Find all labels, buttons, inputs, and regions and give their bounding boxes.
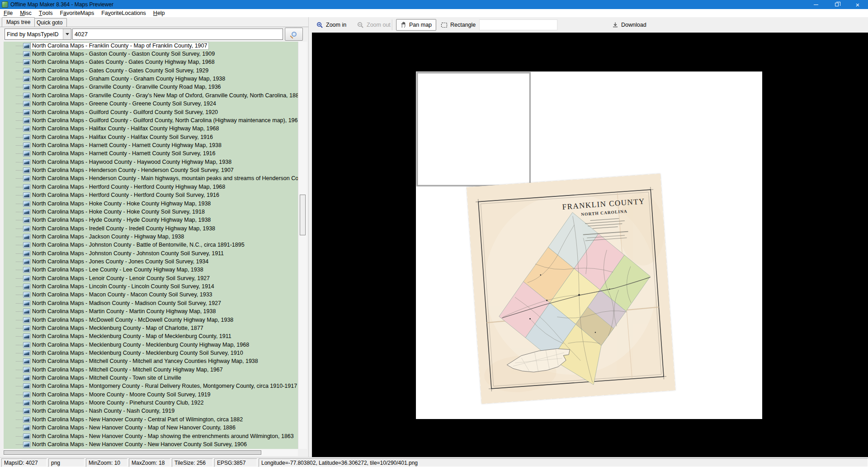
tree-item[interactable]: North Carolina Maps - Gates County - Gat… bbox=[4, 67, 298, 75]
tree-connector-stub bbox=[16, 345, 23, 345]
rectangle-button[interactable]: Rectangle bbox=[441, 17, 476, 33]
find-by-dropdown-value: Find by MapsTypeID bbox=[5, 31, 63, 38]
map-thumbnail-icon bbox=[23, 367, 30, 373]
tree-item[interactable]: North Carolina Maps - Lincoln County - L… bbox=[4, 282, 298, 291]
tree-item-label: North Carolina Maps - Gaston County - Ga… bbox=[31, 51, 216, 57]
tree-item[interactable]: North Carolina Maps - Moore County - Pin… bbox=[4, 399, 298, 407]
tree-item[interactable]: North Carolina Maps - Hoke County - Hoke… bbox=[4, 200, 298, 208]
tree-item-label: North Carolina Maps - Graham County - Gr… bbox=[31, 76, 226, 82]
download-button[interactable]: Download bbox=[612, 17, 646, 33]
tree-connector-stub bbox=[16, 170, 23, 171]
status-cell-3: MaxZoom: 18 bbox=[129, 458, 170, 467]
coordinate-box[interactable] bbox=[479, 19, 557, 30]
find-by-dropdown[interactable]: Find by MapsTypeID bbox=[5, 29, 71, 40]
tree-item[interactable]: North Carolina Maps - Greene County - Gr… bbox=[4, 100, 298, 108]
download-arrow-icon bbox=[612, 22, 618, 28]
tree-connector-stub bbox=[16, 253, 23, 254]
tree-item[interactable]: North Carolina Maps - New Hanover County… bbox=[4, 440, 298, 448]
tab-quick-goto[interactable]: Quick goto bbox=[32, 18, 67, 27]
tree-item[interactable]: North Carolina Maps - McDowell County - … bbox=[4, 316, 298, 324]
map-page[interactable]: FRANKLIN COUNTY NORTH CAROLINA bbox=[416, 71, 762, 419]
tree-item[interactable]: North Carolina Maps - Martin County - Ma… bbox=[4, 308, 298, 316]
tree-item[interactable]: North Carolina Maps - Mecklenburg County… bbox=[4, 341, 298, 349]
map-canvas[interactable]: FRANKLIN COUNTY NORTH CAROLINA bbox=[312, 33, 868, 457]
tree-item[interactable]: North Carolina Maps - Iredell County - I… bbox=[4, 224, 298, 233]
tree-item[interactable]: North Carolina Maps - Madison County - M… bbox=[4, 299, 298, 307]
tree-item[interactable]: North Carolina Maps - Mecklenburg County… bbox=[4, 349, 298, 357]
tree-item[interactable]: North Carolina Maps - Moore County - Moo… bbox=[4, 391, 298, 399]
tree-item[interactable]: North Carolina Maps - New Hanover County… bbox=[4, 432, 298, 440]
tree-item[interactable]: North Carolina Maps - Mitchell County - … bbox=[4, 357, 298, 366]
menu-item-help[interactable]: Help bbox=[150, 9, 169, 17]
menu-item-tools[interactable]: Tools bbox=[35, 9, 57, 17]
pan-map-label: Pan map bbox=[409, 22, 432, 28]
app-window: Offline Map Maker 8.364 - Maps Previewer… bbox=[0, 0, 868, 467]
zoom-out-button[interactable]: Zoom out bbox=[357, 17, 391, 33]
minimize-button[interactable] bbox=[806, 0, 826, 9]
tree-item[interactable]: North Carolina Maps - Johnston County - … bbox=[4, 249, 298, 257]
tab-maps-tree[interactable]: Maps tree bbox=[2, 17, 35, 27]
tree-item[interactable]: North Carolina Maps - Mitchell County - … bbox=[4, 366, 298, 374]
tree-item[interactable]: North Carolina Maps - Jones County - Jon… bbox=[4, 257, 298, 266]
horizontal-scroll-thumb[interactable] bbox=[4, 450, 261, 455]
search-button[interactable] bbox=[285, 28, 303, 41]
menu-item-file[interactable]: File bbox=[0, 9, 16, 17]
tree-item[interactable]: North Carolina Maps - Guilford County - … bbox=[4, 108, 298, 116]
tree-item[interactable]: North Carolina Maps - Graham County - Gr… bbox=[4, 75, 298, 83]
map-thumbnail-icon bbox=[23, 350, 30, 356]
tree-item[interactable]: North Carolina Maps - Guilford County - … bbox=[4, 116, 298, 124]
tree-item[interactable]: North Carolina Maps - Granville County -… bbox=[4, 83, 298, 91]
pan-map-button[interactable]: Pan map bbox=[396, 19, 436, 31]
tree-item-label: North Carolina Maps - Hoke County - Hoke… bbox=[31, 200, 212, 207]
tree-item[interactable]: North Carolina Maps - Franklin County - … bbox=[4, 42, 298, 50]
menu-item-misc[interactable]: Misc bbox=[16, 9, 35, 17]
tree-connector-stub bbox=[16, 79, 23, 79]
restore-button[interactable] bbox=[826, 0, 847, 9]
tree-item[interactable]: North Carolina Maps - New Hanover County… bbox=[4, 415, 298, 424]
menu-item-favoritemaps[interactable]: FavoriteMaps bbox=[56, 9, 98, 17]
tree-item[interactable]: North Carolina Maps - Jackson County - H… bbox=[4, 233, 298, 241]
close-button[interactable]: × bbox=[847, 0, 868, 9]
tree-item[interactable]: North Carolina Maps - New Hanover County… bbox=[4, 424, 298, 432]
tree-item[interactable]: North Carolina Maps - Lenoir County - Le… bbox=[4, 274, 298, 282]
zoom-in-button[interactable]: Zoom in bbox=[316, 17, 346, 33]
tree-item[interactable]: North Carolina Maps - Gates County - Gat… bbox=[4, 58, 298, 67]
tree-item[interactable]: North Carolina Maps - Halifax County - H… bbox=[4, 133, 298, 141]
tree-connector-stub bbox=[16, 153, 23, 154]
tree-item[interactable]: North Carolina Maps - Hertford County - … bbox=[4, 183, 298, 191]
tree-horizontal-scrollbar[interactable] bbox=[4, 449, 298, 456]
tree-item[interactable]: North Carolina Maps - Mecklenburg County… bbox=[4, 324, 298, 332]
menu-item-favoritelocations[interactable]: FavoriteLocations bbox=[98, 9, 150, 17]
tree-item[interactable]: North Carolina Maps - Harnett County - H… bbox=[4, 150, 298, 158]
tree-item[interactable]: North Carolina Maps - Johnston County - … bbox=[4, 241, 298, 249]
vertical-scroll-thumb[interactable] bbox=[300, 195, 306, 235]
tree-item[interactable]: North Carolina Maps - Granville County -… bbox=[4, 91, 298, 100]
tree-vertical-scrollbar[interactable] bbox=[298, 42, 307, 449]
tree-item[interactable]: North Carolina Maps - Nash County - Nash… bbox=[4, 407, 298, 415]
panel-splitter[interactable] bbox=[308, 17, 312, 457]
tree-item[interactable]: North Carolina Maps - Gaston County - Ga… bbox=[4, 50, 298, 58]
tree-item[interactable]: North Carolina Maps - Haywood County - H… bbox=[4, 158, 298, 166]
tree-item[interactable]: North Carolina Maps - Macon County - Mac… bbox=[4, 291, 298, 299]
tree-connector-stub bbox=[16, 195, 23, 195]
map-thumbnail-icon bbox=[23, 217, 30, 223]
tree-item[interactable]: North Carolina Maps - Hyde County - Hyde… bbox=[4, 216, 298, 224]
map-thumbnail-icon bbox=[23, 151, 30, 157]
tree-item-label: North Carolina Maps - Iredell County - I… bbox=[31, 225, 217, 232]
tree-item[interactable]: North Carolina Maps - Montgomery County … bbox=[4, 382, 298, 391]
tree-connector-stub bbox=[16, 378, 23, 378]
tree-item[interactable]: North Carolina Maps - Mecklenburg County… bbox=[4, 333, 298, 341]
tree-item[interactable]: North Carolina Maps - Halifax County - H… bbox=[4, 125, 298, 133]
tree-item[interactable]: North Carolina Maps - Hoke County - Hoke… bbox=[4, 208, 298, 216]
tree-connector-stub bbox=[16, 145, 23, 146]
tree-connector-stub bbox=[16, 436, 23, 437]
tree-item-label: North Carolina Maps - Jones County - Jon… bbox=[31, 258, 210, 265]
dropdown-button[interactable] bbox=[63, 29, 71, 39]
tree-item[interactable]: North Carolina Maps - Mitchell County - … bbox=[4, 374, 298, 382]
tree-item[interactable]: North Carolina Maps - Lee County - Lee C… bbox=[4, 266, 298, 274]
tree-item[interactable]: North Carolina Maps - Henderson County -… bbox=[4, 175, 298, 183]
tree-item[interactable]: North Carolina Maps - Henderson County -… bbox=[4, 166, 298, 174]
tree-item[interactable]: North Carolina Maps - Hertford County - … bbox=[4, 191, 298, 199]
search-input[interactable] bbox=[72, 29, 283, 40]
tree-item[interactable]: North Carolina Maps - Harnett County - H… bbox=[4, 141, 298, 149]
